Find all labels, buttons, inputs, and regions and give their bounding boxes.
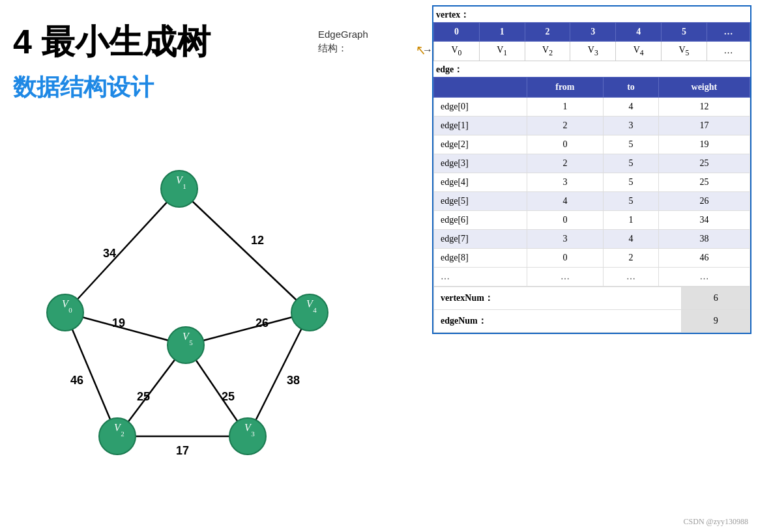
vertex-v2: V2 <box>525 42 570 61</box>
weight-v0v1: 34 <box>103 247 116 260</box>
vertex-h0: 0 <box>434 23 480 42</box>
edge-weight-1: 17 <box>658 116 750 135</box>
edge-name-3: edge[3] <box>434 154 527 173</box>
edge-row-2: edge[2] 0 5 19 <box>434 135 750 154</box>
weight-v3v5: 25 <box>222 390 235 403</box>
edge-weight-2: 19 <box>658 135 750 154</box>
edge-to-6: 1 <box>604 210 659 229</box>
node-v1-sub: 1 <box>182 182 186 190</box>
edge-weight-3: 25 <box>658 154 750 173</box>
edge-name-4: edge[4] <box>434 173 527 191</box>
edge-weight-6: 34 <box>658 210 750 229</box>
edge-from-8: 0 <box>527 248 604 267</box>
edge-label: edge： <box>433 61 750 77</box>
edge-to-2: 5 <box>604 135 659 154</box>
edge-row-0: edge[0] 1 4 12 <box>434 97 750 116</box>
edge-v1-v4 <box>179 189 310 313</box>
vertex-hellip: … <box>707 23 750 42</box>
edge-th-weight: weight <box>658 77 750 97</box>
arrow: → <box>422 44 433 56</box>
edge-row-1: edge[1] 2 3 17 <box>434 116 750 135</box>
edge-name-5: edge[5] <box>434 191 527 210</box>
weight-v2v5: 25 <box>137 390 150 403</box>
edge-v3-v4 <box>248 313 310 436</box>
edge-to-4: 5 <box>604 173 659 191</box>
edge-from-2: 0 <box>527 135 604 154</box>
weight-v1v4: 12 <box>251 234 264 247</box>
edge-v4-v5 <box>186 313 310 345</box>
right-panel: vertex： 0 1 2 3 4 5 … V0 V1 V2 V3 <box>432 5 751 334</box>
edge-from-1: 2 <box>527 116 604 135</box>
edge-row-5: edge[5] 4 5 26 <box>434 191 750 210</box>
graph-container: V 0 V 1 V 2 V 3 V 4 V 5 34 12 46 17 38 1… <box>13 130 378 456</box>
edge-name-7: edge[7] <box>434 229 527 248</box>
edge-th-name <box>434 77 527 97</box>
node-v0-sub: 0 <box>68 306 72 314</box>
edge-row-8: edge[8] 0 2 46 <box>434 248 750 267</box>
edge-to-1: 3 <box>604 116 659 135</box>
vertex-table: 0 1 2 3 4 5 … V0 V1 V2 V3 V4 V5 … <box>433 22 750 61</box>
ellipsis-cell-2: … <box>604 267 659 286</box>
edge-header-row: from to weight <box>434 77 750 97</box>
weight-v0v2: 46 <box>70 374 83 387</box>
vertex-num-value: 6 <box>682 287 750 309</box>
vertex-v3: V3 <box>570 42 616 61</box>
node-v3-sub: 3 <box>251 430 255 438</box>
node-v4-sub: 4 <box>313 306 317 314</box>
vertex-num-row: vertexNum： 6 <box>434 287 750 309</box>
graph-svg: V 0 V 1 V 2 V 3 V 4 V 5 34 12 46 17 38 1… <box>13 130 378 456</box>
edge-v0-v1 <box>65 189 179 313</box>
edge-to-3: 5 <box>604 154 659 173</box>
bottom-table: vertexNum： 6 edgeNum： 9 <box>433 287 750 333</box>
vertex-value-row: V0 V1 V2 V3 V4 V5 … <box>434 42 750 61</box>
edge-num-row: edgeNum： 9 <box>434 309 750 332</box>
edge-from-7: 3 <box>527 229 604 248</box>
vertex-v0: V0 <box>434 42 480 61</box>
edge-ellipsis-row: ………… <box>434 267 750 286</box>
edge-to-5: 5 <box>604 191 659 210</box>
edge-weight-5: 26 <box>658 191 750 210</box>
edge-row-6: edge[6] 0 1 34 <box>434 210 750 229</box>
weight-v3v4: 38 <box>287 374 300 387</box>
edge-weight-8: 46 <box>658 248 750 267</box>
edge-row-4: edge[4] 3 5 25 <box>434 173 750 191</box>
edge-num-label: edgeNum： <box>434 309 682 332</box>
edge-to-0: 4 <box>604 97 659 116</box>
vertex-h4: 4 <box>616 23 662 42</box>
weight-v4v5: 26 <box>255 316 269 329</box>
edge-name-6: edge[6] <box>434 210 527 229</box>
edge-to-8: 2 <box>604 248 659 267</box>
vertex-h2: 2 <box>525 23 570 42</box>
edge-row-3: edge[3] 2 5 25 <box>434 154 750 173</box>
vertex-header-row: 0 1 2 3 4 5 … <box>434 23 750 42</box>
edge-row-7: edge[7] 3 4 38 <box>434 229 750 248</box>
edge-graph-label: EdgeGraph结构： <box>318 27 368 55</box>
weight-v0v5: 19 <box>112 316 125 329</box>
edge-name-0: edge[0] <box>434 97 527 116</box>
edge-name-1: edge[1] <box>434 116 527 135</box>
vertex-v4: V4 <box>616 42 662 61</box>
edge-th-from: from <box>527 77 604 97</box>
edge-to-7: 4 <box>604 229 659 248</box>
ellipsis-cell-3: … <box>658 267 750 286</box>
vertex-v1: V1 <box>479 42 525 61</box>
edge-weight-7: 38 <box>658 229 750 248</box>
edge-th-to: to <box>604 77 659 97</box>
edge-num-value: 9 <box>682 309 750 332</box>
vertex-num-label: vertexNum： <box>434 287 682 309</box>
vertex-vellip: … <box>707 42 750 61</box>
sub-title: 数据结构设计 <box>13 72 411 104</box>
edge-weight-0: 12 <box>658 97 750 116</box>
edge-name-8: edge[8] <box>434 248 527 267</box>
node-v5-sub: 5 <box>189 339 193 346</box>
data-table-wrapper: vertex： 0 1 2 3 4 5 … V0 V1 V2 V3 <box>432 5 751 334</box>
edge-from-0: 1 <box>527 97 604 116</box>
ellipsis-cell-1: … <box>527 267 604 286</box>
vertex-h3: 3 <box>570 23 616 42</box>
edge-from-3: 2 <box>527 154 604 173</box>
vertex-v5: V5 <box>662 42 707 61</box>
edge-from-6: 0 <box>527 210 604 229</box>
vertex-h1: 1 <box>479 23 525 42</box>
edge-from-5: 4 <box>527 191 604 210</box>
edge-table: from to weight edge[0] 1 4 12 edge[1] 2 … <box>433 77 750 287</box>
